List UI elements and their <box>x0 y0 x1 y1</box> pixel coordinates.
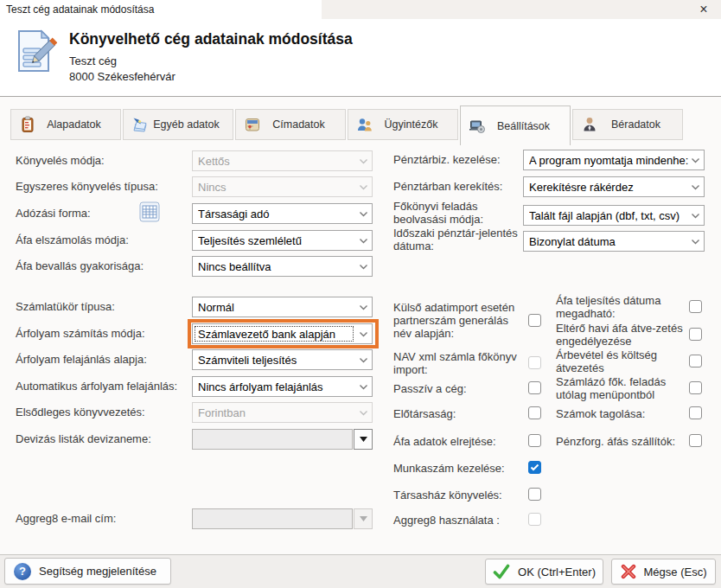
checkbox-szamlazo-fok[interactable] <box>689 381 702 394</box>
select-afa-bevallas[interactable]: Nincs beállítva <box>192 256 373 277</box>
select-value: A program nyomtatja mindenhe: <box>529 154 689 167</box>
select-value: Normál <box>198 301 357 314</box>
tab-label: Egyéb adatok <box>149 118 233 131</box>
field-label-afa-elszamolas: Áfa elszámolás módja: <box>16 233 129 246</box>
field-label-afa-bevallas: Áfa bevallás gyakorisága: <box>16 259 144 272</box>
select-value: Bizonylat dátuma <box>529 235 689 248</box>
cancel-button[interactable]: Mégse (Esc) <box>611 559 716 585</box>
triangle-down-icon <box>360 437 367 442</box>
tab-beradatok[interactable]: Béradatok <box>572 109 683 140</box>
dialog-footer: ? Segítség megjelenítése OK (Ctrl+Enter)… <box>0 554 721 588</box>
select-egyszeres-konyveles[interactable]: Nincs <box>192 176 373 197</box>
chevron-down-icon <box>691 184 700 190</box>
ok-button-label: OK (Ctrl+Enter) <box>518 566 596 578</box>
select-szamlatukor[interactable]: Normál <box>192 297 373 317</box>
chevron-down-icon <box>691 157 700 163</box>
company-name: Teszt cég <box>69 54 117 67</box>
field-label-elsodleges-konyvvezetes: Elsődleges könyvvezetés: <box>16 406 145 419</box>
select-konyveles-modja[interactable]: Kettős <box>192 150 373 171</box>
tab-egyeb-adatok[interactable]: Egyéb adatok <box>123 109 233 140</box>
document-edit-icon <box>10 28 57 78</box>
help-icon: ? <box>14 563 31 580</box>
checkbox-label-szamok-tagolasa: Számok tagolása: <box>556 407 645 420</box>
select-afa-elszamolas[interactable]: Teljesítés szemléletű <box>192 230 373 251</box>
tab-label: Beállítások <box>486 120 570 132</box>
tab-beallitasok[interactable]: Beállítások <box>460 105 571 145</box>
tab-label: Béradatok <box>598 118 682 131</box>
checkbox-szamok-tagolasa[interactable] <box>689 406 702 419</box>
tab-ugyintezok[interactable]: Ügyintézők <box>348 109 458 140</box>
devizas-dropdown-button[interactable] <box>354 429 373 450</box>
select-arfolyam-felajanlas-alapja[interactable]: Számviteli teljesítés <box>192 349 373 370</box>
checkbox-label-penzforg-afas: Pénzforg. áfás szállítók: <box>556 435 675 448</box>
triangle-down-icon <box>360 516 367 521</box>
chevron-down-icon <box>359 238 368 244</box>
ok-button[interactable]: OK (Ctrl+Enter) <box>485 559 603 585</box>
people-icon <box>356 116 373 133</box>
checkbox-label-afa-adatok: Áfa adatok elrejtése: <box>393 435 496 448</box>
select-value: Forintban <box>198 406 357 419</box>
checkbox-label-kulso-adatimport: Külső adatimport esetén partnerszám gene… <box>393 301 525 340</box>
select-penztarbiz[interactable]: A program nyomtatja mindenhe: <box>523 150 705 170</box>
select-fokonyvi-feladas[interactable]: Talált fájl alapján (dbf, txt, csv) <box>523 205 705 226</box>
checkbox-kulso-adatimport[interactable] <box>528 314 541 327</box>
input-devizas-listak[interactable] <box>192 429 353 450</box>
checkbox-afa-teljesites[interactable] <box>689 300 702 313</box>
checkbox-label-aggreg8-hasznalata: Aggreg8 használata : <box>393 514 500 527</box>
chevron-down-icon <box>691 213 700 219</box>
select-idoszaki-penztar[interactable]: Bizonylat dátuma <box>523 231 705 252</box>
field-label-idoszaki-penztar: Időszaki pénztár-jelentés dátuma: <box>393 227 520 252</box>
checkbox-munkaszam[interactable] <box>528 461 541 474</box>
help-button[interactable]: ? Segítség megjelenítése <box>4 558 171 585</box>
checkbox-nav-xml[interactable] <box>528 356 541 369</box>
select-elsodleges-konyvvezetes[interactable]: Forintban <box>192 402 373 423</box>
checkbox-passziv-ceg[interactable] <box>528 381 541 394</box>
checkbox-label-elotarsasag: Előtársaság: <box>393 407 456 420</box>
checkbox-afa-adatok[interactable] <box>528 434 541 447</box>
aggreg8-dropdown-button[interactable] <box>354 508 373 529</box>
checkbox-label-munkaszam: Munkaszám kezelése: <box>393 462 505 475</box>
tab-cimadatok[interactable]: Címadatok <box>235 109 346 140</box>
checkbox-label-afa-teljesites: Áfa teljesítés dátuma megadható: <box>556 294 686 320</box>
select-penztarban-kerekites[interactable]: Kerekítésre rákérdez <box>523 176 705 197</box>
tab-label: Címadatok <box>261 118 345 131</box>
checkbox-eltero-havi-afa[interactable] <box>689 328 702 341</box>
checkbox-penzforg-afas[interactable] <box>689 434 702 447</box>
field-label-szamlatukor: Számlatükör típusa: <box>16 300 115 313</box>
checkbox-label-eltero-havi-afa: Eltérő havi áfa átve-zetés engedélyezése <box>556 322 686 348</box>
field-label-automatikus-arfolyam: Automatikus árfolyam felajánlás: <box>16 380 177 393</box>
select-value: Talált fájl alapján (dbf, txt, csv) <box>529 209 689 222</box>
cancel-button-label: Mégse (Esc) <box>644 566 707 578</box>
window-title: Teszt cég adatainak módosítása <box>0 0 322 19</box>
checkbox-elotarsasag[interactable] <box>528 406 541 419</box>
select-arfolyam-szamitas[interactable]: Számlavezető bank alapján <box>192 323 373 344</box>
chevron-down-icon <box>359 331 368 337</box>
select-automatikus-arfolyam[interactable]: Nincs árfolyam felajánlás <box>192 376 373 397</box>
checkbox-label-szamlazo-fok: Számlázó fők. feladás utólag menüpontból <box>556 375 686 401</box>
dialog-header: Könyvelhető cég adatainak módosítása Tes… <box>0 19 721 97</box>
field-label-devizas-listak: Devizás listák devizaneme: <box>16 432 151 445</box>
tab-alapadatok[interactable]: Alapadatok <box>10 109 121 140</box>
check-ok-icon <box>493 564 510 579</box>
checkbox-label-tarsashaz: Társasház könyvelés: <box>393 489 502 502</box>
settings-panel: Alapadatok Egyéb adatok Címadatok Ügyint… <box>0 97 721 554</box>
checkbox-label-arbevetel-koltseg: Árbevétel és költség átvezetés <box>556 348 686 374</box>
close-icon[interactable]: × <box>693 0 714 19</box>
chevron-down-icon <box>359 184 368 190</box>
cancel-x-icon <box>621 564 636 579</box>
checkbox-arbevetel-koltseg[interactable] <box>689 355 702 368</box>
input-aggreg8-email[interactable] <box>192 508 353 529</box>
select-value: Nincs beállítva <box>198 260 357 273</box>
chevron-down-icon <box>359 384 368 390</box>
field-label-arfolyam-szamitas: Árfolyam számítás módja: <box>16 327 145 340</box>
tax-table-icon[interactable] <box>138 201 161 227</box>
window-titlebar: Teszt cég adatainak módosítása × <box>0 0 721 19</box>
chevron-down-icon <box>359 158 368 164</box>
page-title: Könyvelhető cég adatainak módosítása <box>69 30 353 48</box>
field-label-adozasi-forma: Adózási forma: <box>16 207 91 220</box>
checkbox-tarsashaz[interactable] <box>528 488 541 501</box>
select-adozasi-forma[interactable]: Társasági adó <box>192 203 373 224</box>
checkbox-aggreg8-hasznalata[interactable] <box>528 513 541 526</box>
computer-gear-icon <box>469 118 486 135</box>
chevron-down-icon <box>359 410 368 416</box>
